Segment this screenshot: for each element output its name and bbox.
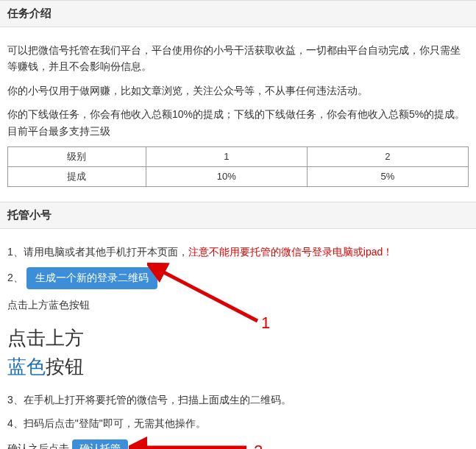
generate-qr-button[interactable]: 生成一个新的登录二维码: [26, 267, 157, 289]
confirm-prefix: 确认之后点击: [7, 442, 69, 449]
step-4: 4、扫码后点击"登陆"即可，无需其他操作。: [7, 415, 469, 431]
cell-commission-2: 5%: [307, 166, 468, 186]
cell-level-1: 1: [146, 146, 307, 166]
marker-1: 1: [261, 314, 270, 333]
step1-text: 1、请用电脑或者其他手机打开本页面，: [7, 246, 188, 258]
big-hint-line2: 蓝色按钮: [7, 353, 469, 381]
intro-p2: 你的小号仅用于做网赚，比如文章浏览，关注公众号等，不从事任何违法活动。: [7, 82, 469, 99]
intro-p1: 可以把微信号托管在我们平台，平台使用你的小号干活获取收益，一切都由平台自动完成，…: [7, 42, 469, 75]
commission-table: 级别 1 2 提成 10% 5%: [7, 146, 469, 187]
table-row: 提成 10% 5%: [8, 166, 469, 186]
step-2: 2、 生成一个新的登录二维码: [7, 267, 469, 289]
marker-2: 2: [254, 438, 263, 449]
intro-p3: 你的下线做任务，你会有他收入总额10%的提成；下线的下线做任务，你会有他收入总额…: [7, 106, 469, 139]
section1-content: 可以把微信号托管在我们平台，平台使用你的小号干活获取收益，一切都由平台自动完成，…: [0, 27, 476, 202]
confirm-line: 确认之后点击 确认托管 2: [7, 439, 469, 449]
big-hint-line1: 点击上方: [7, 324, 469, 353]
step-3: 3、在手机上打开将要托管的微信号，扫描上面成生的二维码。: [7, 392, 469, 408]
cell-level-label: 级别: [8, 146, 146, 166]
hint-click-blue: 点击上方蓝色按钮: [7, 297, 469, 313]
cell-commission-label: 提成: [8, 166, 146, 186]
confirm-host-button[interactable]: 确认托管: [72, 439, 128, 449]
arrow-2-icon: [129, 435, 254, 449]
step1-warning: 注意不能用要托管的微信号登录电脑或ipad！: [188, 246, 393, 258]
cell-commission-1: 10%: [146, 166, 307, 186]
step2-prefix: 2、: [7, 272, 24, 283]
table-row: 级别 1 2: [8, 146, 469, 166]
section2-header: 托管小号: [0, 202, 476, 229]
big-hint-rest: 按钮: [46, 356, 84, 378]
cell-level-2: 2: [307, 146, 468, 166]
section2-content: 1、请用电脑或者其他手机打开本页面，注意不能用要托管的微信号登录电脑或ipad！…: [0, 229, 476, 449]
step-1: 1、请用电脑或者其他手机打开本页面，注意不能用要托管的微信号登录电脑或ipad！: [7, 244, 469, 260]
big-hint-blue: 蓝色: [7, 356, 46, 378]
section1-header: 任务介绍: [0, 0, 476, 27]
big-hint: 点击上方 蓝色按钮: [7, 324, 469, 381]
